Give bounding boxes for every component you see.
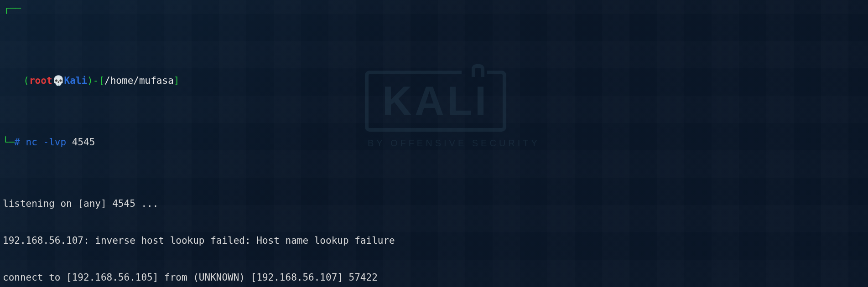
cmd-name: nc <box>26 137 37 148</box>
output-line-2: 192.168.56.107: inverse host lookup fail… <box>3 235 865 247</box>
terminal[interactable]: ┌── (root💀Kali)-[/home/mufasa] └─# nc -l… <box>0 0 868 287</box>
prompt-line-2: └─# nc -lvp 4545 <box>3 136 865 149</box>
prompt-hash: # <box>14 137 20 148</box>
prompt-close-paren: ) <box>87 75 93 86</box>
prompt-line-1: (root💀Kali)-[/home/mufasa] <box>3 75 865 87</box>
cmd-flags: -lvp <box>43 137 67 148</box>
prompt-path: /home/mufasa <box>104 75 174 86</box>
skull-icon: 💀 <box>52 75 64 86</box>
prompt-open-bracket: [ <box>99 75 104 86</box>
prompt-tree-corner: └─ <box>3 137 14 148</box>
output-line-3: connect to [192.168.56.105] from (UNKNOW… <box>3 272 865 284</box>
prompt-host: Kali <box>64 75 88 86</box>
prompt-user: root <box>29 75 52 86</box>
prompt-dash: - <box>93 75 99 86</box>
prompt-close-bracket: ] <box>174 75 180 86</box>
prompt-open-paren: ( <box>23 75 29 86</box>
prompt-tree-top-glyph: ┌── <box>4 2 21 15</box>
cmd-port: 4545 <box>72 137 95 148</box>
output-line-1: listening on [any] 4545 ... <box>3 198 865 210</box>
